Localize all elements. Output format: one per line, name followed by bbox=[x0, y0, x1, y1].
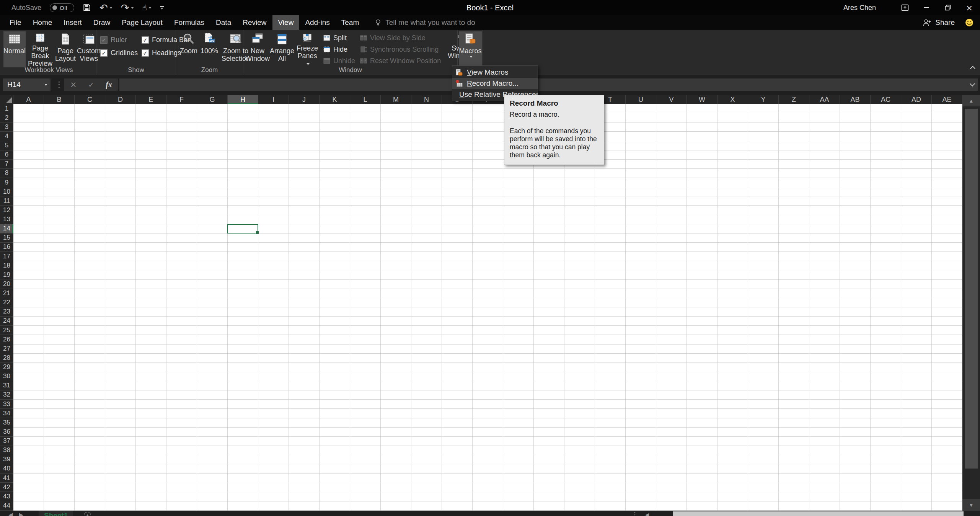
restore-button[interactable] bbox=[937, 0, 959, 15]
close-button[interactable]: × bbox=[959, 0, 980, 15]
row-header-17[interactable]: 17 bbox=[0, 252, 13, 261]
column-header-W[interactable]: W bbox=[687, 95, 717, 104]
menu-item-view-macros[interactable]: View Macros bbox=[452, 67, 538, 78]
column-header-H[interactable]: H bbox=[228, 95, 258, 104]
redo-button[interactable]: ↷ bbox=[121, 3, 134, 13]
sheet-nav-left-icon[interactable]: ◀ bbox=[8, 511, 13, 516]
column-header-G[interactable]: G bbox=[197, 95, 228, 104]
row-header-30[interactable]: 30 bbox=[0, 372, 13, 381]
cancel-entry-button[interactable]: × bbox=[70, 80, 77, 89]
undo-button[interactable]: ↶ bbox=[99, 3, 113, 13]
column-header-X[interactable]: X bbox=[717, 95, 748, 104]
name-box[interactable]: H14 bbox=[3, 78, 51, 91]
tab-team[interactable]: Team bbox=[336, 15, 365, 30]
column-header-D[interactable]: D bbox=[105, 95, 136, 104]
customize-qat-button[interactable] bbox=[160, 6, 164, 10]
row-header-9[interactable]: 9 bbox=[0, 178, 13, 187]
row-header-32[interactable]: 32 bbox=[0, 390, 13, 400]
page-layout-view-button[interactable]: Page Layout bbox=[55, 31, 76, 67]
worksheet-grid[interactable] bbox=[13, 104, 962, 511]
row-header-8[interactable]: 8 bbox=[0, 169, 13, 178]
row-header-2[interactable]: 2 bbox=[0, 113, 13, 122]
formula-bar-checkbox-box[interactable]: ✓ bbox=[142, 36, 149, 44]
headings-checkbox-box[interactable]: ✓ bbox=[142, 49, 149, 57]
row-header-23[interactable]: 23 bbox=[0, 307, 13, 317]
tab-file[interactable]: File bbox=[4, 15, 27, 30]
share-button[interactable]: Share bbox=[923, 18, 955, 27]
row-header-39[interactable]: 39 bbox=[0, 455, 13, 464]
hscroll-left-icon[interactable]: ◀ bbox=[645, 512, 649, 516]
row-header-19[interactable]: 19 bbox=[0, 270, 13, 279]
row-header-15[interactable]: 15 bbox=[0, 234, 13, 243]
redo-dropdown-icon[interactable] bbox=[131, 7, 134, 9]
row-header-16[interactable]: 16 bbox=[0, 243, 13, 252]
arrange-all-button[interactable]: Arrange All bbox=[270, 31, 294, 67]
scroll-down-button[interactable]: ▼ bbox=[962, 499, 980, 511]
column-header-AE[interactable]: AE bbox=[932, 95, 962, 104]
row-header-11[interactable]: 11 bbox=[0, 196, 13, 206]
touch-mode-dropdown-icon[interactable] bbox=[148, 7, 152, 9]
gridlines-checkbox[interactable]: ✓ Gridlines bbox=[100, 49, 142, 57]
scroll-up-button[interactable]: ▲ bbox=[962, 95, 980, 106]
tab-bar-resize-dots[interactable]: ⋮ bbox=[631, 511, 638, 516]
row-header-26[interactable]: 26 bbox=[0, 335, 13, 344]
sheet-nav-right-icon[interactable]: ▶ bbox=[19, 511, 24, 516]
column-header-N[interactable]: N bbox=[411, 95, 442, 104]
row-header-31[interactable]: 31 bbox=[0, 381, 13, 390]
confirm-entry-button[interactable]: ✓ bbox=[88, 80, 94, 89]
row-header-40[interactable]: 40 bbox=[0, 464, 13, 474]
row-header-38[interactable]: 38 bbox=[0, 446, 13, 455]
page-break-preview-button[interactable]: Page Break Preview bbox=[26, 31, 54, 67]
row-header-24[interactable]: 24 bbox=[0, 317, 13, 326]
formula-bar-resize-dots[interactable]: ⋮ bbox=[55, 78, 63, 91]
zoom-100-button[interactable]: 100 100% bbox=[199, 31, 219, 67]
column-header-A[interactable]: A bbox=[13, 95, 44, 104]
insert-function-button[interactable]: fx bbox=[106, 80, 112, 89]
account-user-name[interactable]: Ares Chen bbox=[843, 4, 876, 12]
column-header-C[interactable]: C bbox=[75, 95, 105, 104]
column-header-L[interactable]: L bbox=[350, 95, 381, 104]
select-all-button[interactable] bbox=[0, 95, 13, 104]
row-header-18[interactable]: 18 bbox=[0, 261, 13, 270]
row-header-14[interactable]: 14 bbox=[0, 224, 13, 234]
column-header-U[interactable]: U bbox=[626, 95, 656, 104]
column-header-E[interactable]: E bbox=[136, 95, 166, 104]
sheet-tab-sheet1[interactable]: Sheet1 bbox=[39, 511, 73, 516]
tab-insert[interactable]: Insert bbox=[58, 15, 88, 30]
zoom-button[interactable]: Zoom bbox=[179, 31, 199, 67]
tab-data[interactable]: Data bbox=[210, 15, 237, 30]
column-header-I[interactable]: I bbox=[258, 95, 289, 104]
tab-page-layout[interactable]: Page Layout bbox=[116, 15, 168, 30]
row-header-43[interactable]: 43 bbox=[0, 492, 13, 501]
tab-home[interactable]: Home bbox=[27, 15, 58, 30]
column-header-M[interactable]: M bbox=[381, 95, 411, 104]
row-header-1[interactable]: 1 bbox=[0, 104, 13, 113]
column-header-V[interactable]: V bbox=[656, 95, 687, 104]
column-header-AB[interactable]: AB bbox=[840, 95, 871, 104]
autosave-toggle[interactable]: Off bbox=[50, 3, 74, 12]
row-header-12[interactable]: 12 bbox=[0, 206, 13, 215]
formula-input[interactable] bbox=[119, 78, 978, 91]
freeze-panes-button[interactable]: Freeze Panes bbox=[295, 31, 320, 67]
column-header-Y[interactable]: Y bbox=[748, 95, 779, 104]
row-header-28[interactable]: 28 bbox=[0, 353, 13, 363]
row-header-42[interactable]: 42 bbox=[0, 483, 13, 492]
row-header-10[interactable]: 10 bbox=[0, 187, 13, 196]
new-window-button[interactable]: New Window bbox=[246, 31, 269, 67]
row-header-21[interactable]: 21 bbox=[0, 289, 13, 298]
hide-button[interactable]: Hide bbox=[323, 44, 355, 54]
row-header-27[interactable]: 27 bbox=[0, 344, 13, 353]
macros-button[interactable]: Macros bbox=[459, 31, 482, 67]
row-header-25[interactable]: 25 bbox=[0, 326, 13, 335]
row-header-7[interactable]: 7 bbox=[0, 160, 13, 169]
new-sheet-button[interactable]: + bbox=[84, 512, 91, 516]
gridlines-checkbox-box[interactable]: ✓ bbox=[100, 49, 108, 57]
row-header-41[interactable]: 41 bbox=[0, 474, 13, 483]
horizontal-scrollbar-thumb[interactable] bbox=[673, 511, 964, 516]
column-header-J[interactable]: J bbox=[289, 95, 320, 104]
tab-draw[interactable]: Draw bbox=[88, 15, 116, 30]
undo-dropdown-icon[interactable] bbox=[109, 7, 113, 9]
row-header-22[interactable]: 22 bbox=[0, 298, 13, 307]
column-header-AA[interactable]: AA bbox=[809, 95, 840, 104]
selected-cell[interactable] bbox=[227, 224, 258, 234]
